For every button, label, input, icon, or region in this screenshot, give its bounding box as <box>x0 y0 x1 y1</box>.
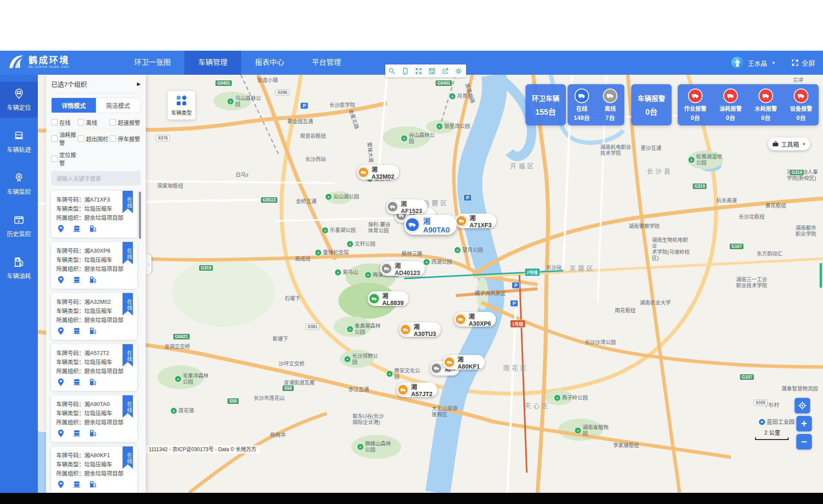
org-summary: 已选7个组织 <box>51 79 87 89</box>
list-scrollbar[interactable] <box>139 192 141 239</box>
vehicle-marker[interactable]: 湘AF1523 <box>386 199 427 214</box>
filter-label: 在线 <box>59 118 71 126</box>
fuel-vehicle-icon[interactable] <box>88 429 97 438</box>
vehicle-card[interactable]: 车牌号码：湘A32M02 车辆类型：垃圾压缩车 所属组织：厨余垃圾项目部 <box>51 293 137 340</box>
area-search-icon[interactable] <box>385 64 399 77</box>
checkbox[interactable] <box>51 156 58 162</box>
checkbox[interactable] <box>78 119 84 125</box>
vehicle-marker[interactable]: 湘A57JT2 <box>396 382 437 397</box>
vehicle-card[interactable]: 车牌号码：湘A80KF1 车辆类型：垃圾压缩车 所属组织：厨余垃圾项目部 <box>51 446 137 493</box>
org-selector[interactable]: 已选7个组织 ▶ <box>51 75 141 93</box>
sidebar-item-vehicle-track[interactable]: 车辆轨迹 <box>0 124 38 160</box>
vehicle-marker[interactable]: 湘A90TA0 <box>404 215 457 235</box>
locate-button[interactable] <box>795 398 810 413</box>
filter-checkbox[interactable]: 定位报警 <box>51 150 78 167</box>
vehicle-marker[interactable]: 湘A80KF1 <box>443 355 485 370</box>
nav-item[interactable]: 平台管理 <box>298 51 355 75</box>
map-place-label: 湖南省植物园 <box>574 425 612 437</box>
fuel-vehicle-icon[interactable] <box>88 378 97 387</box>
chevron-down-icon[interactable]: ▼ <box>771 61 776 65</box>
expand-map-icon[interactable] <box>412 64 425 77</box>
vehicle-marker[interactable]: 湘AL8839 <box>368 291 408 306</box>
nav-item[interactable]: 车辆管理 <box>184 51 241 75</box>
filter-checkbox[interactable]: 停车报警 <box>110 130 141 147</box>
zoom-in-button[interactable]: + <box>796 416 812 431</box>
panel-collapse-handle[interactable]: ‹ <box>146 254 151 274</box>
search-icon[interactable] <box>135 175 136 182</box>
vehicle-type-button[interactable]: 车辆类型 <box>168 91 195 119</box>
locate-vehicle-icon[interactable] <box>56 480 65 489</box>
filter-checkbox[interactable]: 超出围栏 <box>78 130 110 147</box>
nav-item[interactable]: 报表中心 <box>241 51 298 75</box>
vehicle-card[interactable]: 车牌号码：湘A30XP6 车辆类型：垃圾压缩车 所属组织：厨余垃圾项目部 <box>51 242 137 289</box>
expand-arrow-icon[interactable]: ▶ <box>137 81 141 87</box>
map-canvas[interactable]: 智造小镇 乌山森林公园 长沙医学院 月亮岛 兰冲 黄金园互通 银星湾公园 观音岩… <box>38 75 823 493</box>
filter-checkbox[interactable]: 超速报警 <box>110 118 141 126</box>
vehicle-card[interactable]: 车牌号码：湘A71XF3 车辆类型：垃圾压缩车 所属组织：厨余垃圾项目部 <box>51 191 137 238</box>
vehicle-marker[interactable]: 湘A71XF3 <box>455 214 496 228</box>
vehicle-marker[interactable]: 湘A30XP6 <box>454 312 496 327</box>
sidebar-item-history-monitor[interactable]: 历史监控 <box>0 208 38 244</box>
nav-item[interactable]: 环卫一张图 <box>120 51 184 75</box>
track-vehicle-icon[interactable] <box>72 275 81 284</box>
vehicle-marker[interactable]: 湘AD40123 <box>380 261 425 276</box>
user-avatar-icon[interactable] <box>731 57 743 69</box>
vehicle-plate: 湘A71XF3 <box>470 213 491 229</box>
checkbox[interactable] <box>51 135 58 142</box>
vehicle-card[interactable]: 车牌号码：湘A57JT2 车辆类型：垃圾压缩车 所属组织：厨余垃圾项目部 <box>51 344 137 391</box>
fuel-vehicle-icon[interactable] <box>88 480 97 489</box>
sidebar-item-vehicle-monitor[interactable]: 车辆监控 <box>0 166 38 202</box>
fuel-vehicle-icon[interactable] <box>88 275 97 284</box>
settings-gear-icon[interactable] <box>452 64 465 77</box>
map-place-label: 长沙北枢纽 <box>739 214 765 220</box>
vehicle-org-line: 所属组织：厨余垃圾项目部 <box>56 264 132 273</box>
sidebar-item-vehicle-location[interactable]: 车辆定位 <box>0 82 38 118</box>
track-vehicle-icon[interactable] <box>72 378 81 387</box>
vehicle-management-app: 鹤成环境 HE CHENG HUAN JING 环卫一张图 车辆管理 报表中心 … <box>0 0 823 504</box>
vehicle-marker[interactable]: 湘A30TU3 <box>399 322 441 337</box>
checkbox[interactable] <box>110 119 116 125</box>
fullscreen-button[interactable]: 全屏 <box>791 58 815 68</box>
vehicle-card[interactable]: 车牌号码：湘A90TA0 车辆类型：垃圾压缩车 所属组织：厨余垃圾项目部 <box>51 395 137 442</box>
filter-checkbox[interactable]: 油耗报警 <box>51 130 78 147</box>
map-place-label: 象鼻窝森林公园 <box>347 323 384 335</box>
checkbox[interactable] <box>51 119 58 125</box>
locate-vehicle-icon[interactable] <box>56 378 65 387</box>
share-icon[interactable] <box>439 64 452 77</box>
toolbox-icon <box>772 141 779 147</box>
map-place-label: 长沙郊野公园 <box>344 353 382 365</box>
locate-vehicle-icon[interactable] <box>56 327 65 336</box>
vehicle-type-line: 车辆类型：垃圾压缩车 <box>56 255 132 264</box>
mode-tab[interactable]: 简洁模式 <box>96 98 140 113</box>
zoom-out-button[interactable]: − <box>796 434 812 449</box>
vehicle-type-line: 车辆类型：垃圾压缩车 <box>56 460 132 469</box>
track-vehicle-icon[interactable] <box>72 327 81 336</box>
checkbox[interactable] <box>78 135 84 142</box>
track-vehicle-icon[interactable] <box>72 224 81 233</box>
mode-tab[interactable]: 详情模式 <box>52 98 96 113</box>
filter-label: 超速报警 <box>118 118 140 126</box>
save-icon[interactable] <box>425 64 439 77</box>
track-vehicle-icon[interactable] <box>72 480 81 489</box>
search-input[interactable] <box>55 175 133 182</box>
sidebar-item-vehicle-fuel[interactable]: 车辆油耗 <box>0 250 38 286</box>
locate-vehicle-icon[interactable] <box>56 429 65 438</box>
truck-icon <box>358 167 369 178</box>
mobile-view-icon[interactable] <box>399 64 412 77</box>
alarm-type-col: 水耗报警 0台 <box>748 89 783 122</box>
map-place-label: 保利·麓谷 体育公园 <box>368 222 390 234</box>
user-name[interactable]: 王水晶 <box>748 58 767 67</box>
vehicle-marker[interactable]: 湘A32M02 <box>357 165 399 180</box>
toolbox-button[interactable]: 工具箱 ▼ <box>768 137 810 150</box>
vehicle-cards-list: 车牌号码：湘A71XF3 车辆类型：垃圾压缩车 所属组织：厨余垃圾项目部 <box>51 191 141 493</box>
locate-vehicle-icon[interactable] <box>56 224 65 233</box>
checkbox[interactable] <box>110 135 116 142</box>
fuel-vehicle-icon[interactable] <box>88 327 97 336</box>
track-vehicle-icon[interactable] <box>72 429 81 438</box>
map-place-label: 大王山旅游 度假区 <box>432 406 458 418</box>
locate-vehicle-icon[interactable] <box>56 275 65 284</box>
fuel-vehicle-icon[interactable] <box>88 224 97 233</box>
filter-checkbox[interactable]: 在线 <box>51 118 78 126</box>
filter-checkbox[interactable]: 离线 <box>78 118 110 126</box>
alarm-icon <box>759 89 773 103</box>
